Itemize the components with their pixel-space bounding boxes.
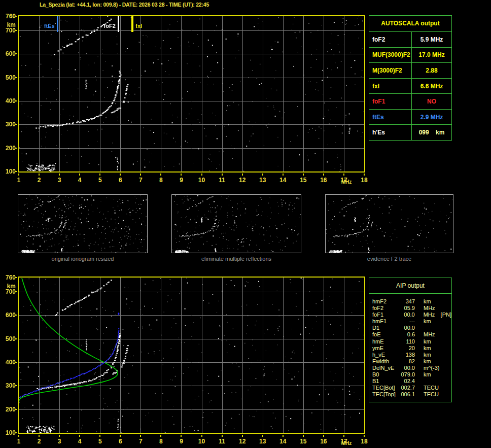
ionogram-plot-top bbox=[18, 15, 365, 173]
y-axis-tick-mark bbox=[15, 362, 17, 363]
aip-row-b1: B102.4 bbox=[372, 378, 451, 385]
thumbnail-evidence-f2 bbox=[325, 194, 453, 253]
x-axis-tick-mark bbox=[242, 435, 243, 437]
x-axis-tick-label: 3 bbox=[53, 177, 66, 184]
y-axis-tick-mark bbox=[15, 432, 17, 433]
x-axis-tick-label: 4 bbox=[73, 438, 86, 445]
autoscala-row-label: foF2 bbox=[369, 32, 412, 47]
x-axis-tick-label: 6 bbox=[114, 438, 127, 445]
y-axis-tick-label: 400 bbox=[0, 359, 16, 366]
x-axis-tick-label: 2 bbox=[32, 177, 46, 184]
marker-line-fof2 bbox=[118, 16, 119, 32]
x-axis-tick-mark bbox=[79, 174, 80, 176]
x-axis-tick-mark bbox=[303, 174, 304, 176]
x-axis-tick-label: 5 bbox=[93, 438, 107, 445]
autoscala-row-label: h'Es bbox=[369, 125, 412, 140]
x-axis-tick-mark bbox=[79, 435, 80, 437]
x-axis-tick-label: 12 bbox=[236, 177, 249, 184]
aip-row-unit: km bbox=[424, 345, 439, 352]
aip-row-value: 002.7 bbox=[399, 385, 415, 391]
aip-row-label: foF2 bbox=[372, 305, 399, 312]
x-axis-tick-mark bbox=[201, 174, 202, 176]
autoscala-window: La_Spezia (lat: +44.1, lon: 009.8) - DAT… bbox=[0, 0, 491, 448]
y-axis-tick-mark bbox=[15, 315, 17, 316]
y-axis-tick-label: 500 bbox=[0, 74, 16, 81]
thumbnail-canvas-original bbox=[18, 195, 147, 253]
aip-row-label: TEC[Top] bbox=[372, 391, 399, 398]
x-axis-tick-label: 9 bbox=[174, 177, 188, 184]
y-axis-tick-label: 100 bbox=[0, 168, 16, 175]
y-axis-tick-label: 200 bbox=[0, 406, 16, 413]
x-axis-tick-mark bbox=[283, 174, 284, 176]
x-axis-tick-label: 16 bbox=[317, 177, 330, 184]
aip-row-value: 347 bbox=[399, 298, 415, 305]
x-axis-tick-mark bbox=[201, 435, 202, 437]
y-axis-tick-label: 200 bbox=[0, 145, 16, 152]
thumbnail-eliminate-reflections bbox=[171, 194, 301, 253]
x-axis-tick-mark bbox=[242, 174, 243, 176]
x-axis-tick-label: 8 bbox=[154, 177, 167, 184]
x-axis-tick-mark bbox=[303, 435, 304, 437]
x-axis-tick-mark bbox=[59, 435, 60, 437]
x-axis-tick-label: 8 bbox=[154, 438, 167, 445]
x-axis-unit-label: MHz bbox=[341, 179, 352, 185]
aip-row-unit: km bbox=[424, 318, 439, 325]
aip-row-unit: MHz bbox=[424, 331, 439, 338]
x-axis-tick-mark bbox=[364, 174, 365, 176]
autoscala-row-value: 099 km bbox=[412, 125, 451, 140]
x-axis-tick-label: 9 bbox=[174, 438, 188, 445]
x-axis-tick-label: 11 bbox=[216, 438, 229, 445]
y-axis-tick-mark bbox=[15, 148, 17, 149]
autoscala-row-value: 6.6 MHz bbox=[412, 79, 451, 94]
x-axis-tick-mark bbox=[140, 435, 141, 437]
aip-row-yme: ymE20km bbox=[372, 345, 451, 352]
x-axis-tick-mark bbox=[120, 174, 121, 176]
aip-row-label: h_vE bbox=[372, 352, 399, 358]
aip-row-hve: h_vE138km bbox=[372, 352, 451, 358]
y-axis-tick-mark bbox=[15, 30, 17, 31]
x-axis-tick-label: 18 bbox=[358, 177, 371, 184]
aip-row-hmf2: hmF2347km bbox=[372, 298, 451, 305]
aip-row-value: 138 bbox=[399, 352, 415, 358]
aip-row-label: TEC[Bot] bbox=[372, 385, 399, 391]
aip-row-foe: foE0.6MHz bbox=[372, 331, 451, 338]
autoscala-row-muf3000f2: MUF(3000)F217.0 MHz bbox=[369, 47, 451, 63]
aip-row-value: 0.6 bbox=[399, 331, 415, 338]
x-axis-tick-mark bbox=[59, 174, 60, 176]
y-axis-tick-mark bbox=[15, 77, 17, 78]
autoscala-table-body: foF25.9 MHzMUF(3000)F217.0 MHzM(3000)F22… bbox=[369, 31, 451, 140]
aip-row-unit: MHz bbox=[424, 312, 439, 318]
y-axis-tick-mark bbox=[15, 409, 17, 410]
thumbnail-original-ionogram bbox=[18, 194, 148, 253]
thumbnail-caption-evidence: evidence F2 trace bbox=[325, 255, 453, 262]
x-axis-tick-label: 7 bbox=[134, 438, 147, 445]
x-axis-tick-label: 7 bbox=[134, 177, 147, 184]
marker-line-fxi bbox=[131, 16, 133, 32]
x-axis-tick-label: 15 bbox=[297, 438, 310, 445]
y-axis-tick-mark bbox=[15, 53, 17, 54]
autoscala-row-fxi: fxI6.6 MHz bbox=[369, 78, 451, 94]
y-axis-tick-label: 600 bbox=[0, 312, 16, 319]
marker-label-fxi: fxI bbox=[135, 23, 142, 29]
x-axis-tick-mark bbox=[140, 174, 141, 176]
aip-row-label: hmF1 bbox=[372, 318, 399, 325]
aip-row-label: DelN_vE bbox=[372, 365, 399, 371]
aip-row-unit: TECU bbox=[424, 391, 439, 398]
autoscala-row-fof1: foF1NO bbox=[369, 93, 451, 109]
x-axis-tick-mark bbox=[120, 435, 121, 437]
aip-row-value: 00.0 bbox=[399, 325, 415, 331]
ionogram-plot-bottom bbox=[18, 277, 365, 434]
autoscala-output-table: AUTOSCALA output foF25.9 MHzMUF(3000)F21… bbox=[369, 15, 452, 141]
aip-row-value: 110 bbox=[399, 338, 415, 345]
aip-output-table: AIP output hmF2347kmfoF205.9MHzfoF100.0M… bbox=[369, 278, 452, 402]
thumbnail-caption-eliminate: eliminate multiple reflections bbox=[171, 255, 301, 262]
x-axis-tick-mark bbox=[323, 174, 324, 176]
y-axis-tick-mark bbox=[15, 338, 17, 339]
x-axis-tick-mark bbox=[323, 435, 324, 437]
aip-row-label: D1 bbox=[372, 325, 399, 331]
y-axis-tick-mark bbox=[15, 291, 17, 292]
thumbnail-caption-original: original ionogram resized bbox=[18, 255, 148, 262]
aip-row-label: hmF2 bbox=[372, 298, 399, 305]
x-axis-tick-mark bbox=[343, 435, 344, 437]
aip-row-fof2: foF205.9MHz bbox=[372, 305, 451, 312]
